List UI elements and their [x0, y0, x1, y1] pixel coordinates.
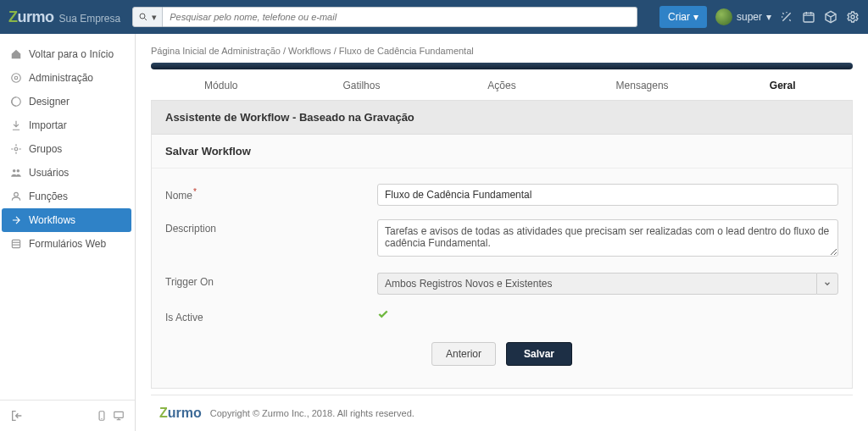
main-content: Página Inicial de Administração / Workfl… [136, 34, 868, 431]
tab-modulo[interactable]: Módulo [151, 71, 292, 100]
avatar-icon [715, 8, 732, 25]
svg-rect-14 [12, 240, 19, 247]
panel-subtitle: Salvar Workflow [152, 135, 852, 169]
trigger-select[interactable]: Ambos Registros Novos e Existentes [377, 273, 838, 295]
wand-icon[interactable] [780, 10, 793, 24]
svg-point-6 [851, 15, 854, 19]
tab-geral[interactable]: Geral [712, 71, 853, 100]
tab-mensagens[interactable]: Mensagens [572, 71, 713, 100]
sidebar: Voltar para o Início Administração Desig… [0, 34, 136, 431]
sidebar-menu: Voltar para o Início Administração Desig… [0, 34, 135, 256]
sidebar-footer [0, 400, 135, 431]
name-label: Nome [165, 190, 192, 202]
topbar-right: Criar▾ super▾ [659, 6, 860, 28]
svg-line-1 [145, 19, 147, 21]
desktop-icon[interactable] [113, 410, 125, 422]
search-input[interactable] [163, 7, 637, 27]
wizard-tabs: Módulo Gatilhos Ações Mensagens Geral [151, 71, 853, 101]
svg-point-7 [14, 76, 18, 80]
footer: Zurmo Copyright © Zurmo Inc., 2018. All … [151, 395, 853, 431]
user-menu[interactable]: super▾ [715, 8, 771, 25]
breadcrumb-current: Fluxo de Cadência Fundamental [339, 46, 474, 56]
breadcrumb-workflows[interactable]: Workflows [288, 46, 331, 56]
cube-icon[interactable] [824, 10, 837, 24]
active-checkbox[interactable] [377, 308, 389, 320]
footer-logo: Zurmo [159, 406, 202, 421]
sidebar-item-import[interactable]: Importar [0, 113, 135, 137]
button-row: Anterior Salvar [165, 330, 838, 371]
wizard-panel: Assistente de Workflow - Baseado na Grav… [151, 101, 853, 389]
svg-point-10 [14, 147, 18, 151]
sidebar-item-admin[interactable]: Administração [0, 66, 135, 90]
search-scope-wrap: ▾ [132, 7, 637, 27]
svg-rect-2 [804, 13, 814, 22]
calendar-icon[interactable] [802, 10, 815, 24]
wizard-progress-bar [151, 63, 853, 69]
previous-button[interactable]: Anterior [431, 342, 496, 366]
search-scope-button[interactable]: ▾ [132, 7, 163, 27]
sidebar-item-groups[interactable]: Grupos [0, 137, 135, 161]
sidebar-item-users[interactable]: Usuários [0, 161, 135, 185]
workflow-form: Nome* Description Tarefas e avisos de to… [152, 169, 852, 388]
svg-point-12 [17, 169, 19, 173]
sidebar-item-home[interactable]: Voltar para o Início [0, 42, 135, 66]
logo[interactable]: Zurmo Sua Empresa [8, 8, 120, 26]
company-name: Sua Empresa [59, 13, 121, 25]
svg-point-11 [13, 169, 15, 173]
breadcrumb-admin[interactable]: Página Inicial de Administração [151, 46, 281, 56]
svg-point-0 [140, 14, 145, 19]
trigger-label: Trigger On [165, 273, 377, 288]
panel-title: Assistente de Workflow - Baseado na Grav… [152, 101, 852, 135]
active-label: Is Active [165, 308, 377, 323]
topbar: Zurmo Sua Empresa ▾ Criar▾ super▾ [0, 0, 868, 34]
sidebar-item-designer[interactable]: Designer [0, 90, 135, 113]
save-button[interactable]: Salvar [506, 342, 572, 366]
collapse-icon[interactable] [10, 409, 24, 423]
breadcrumb: Página Inicial de Administração / Workfl… [151, 46, 853, 56]
criar-button[interactable]: Criar▾ [659, 6, 707, 28]
sidebar-item-workflows[interactable]: Workflows [2, 208, 131, 232]
trigger-selected-value: Ambos Registros Novos e Existentes [377, 273, 816, 295]
svg-rect-19 [114, 412, 124, 417]
tab-gatilhos[interactable]: Gatilhos [292, 71, 432, 100]
description-label: Description [165, 219, 377, 235]
gear-icon[interactable] [846, 10, 860, 24]
footer-copyright: Copyright © Zurmo Inc., 2018. All rights… [210, 408, 415, 418]
tab-acoes[interactable]: Ações [431, 71, 572, 100]
svg-point-8 [12, 74, 21, 83]
sidebar-item-webforms[interactable]: Formulários Web [0, 232, 135, 256]
svg-point-13 [14, 192, 19, 196]
description-field[interactable]: Tarefas e avisos de todas as atividades … [377, 219, 838, 257]
chevron-down-icon[interactable] [816, 273, 838, 295]
mobile-icon[interactable] [96, 410, 108, 422]
sidebar-item-roles[interactable]: Funções [0, 185, 135, 208]
name-field[interactable] [377, 184, 838, 206]
